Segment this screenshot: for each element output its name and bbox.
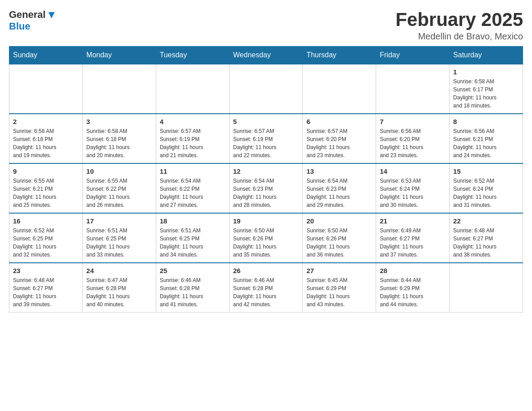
calendar-day-cell: 5Sunrise: 6:57 AM Sunset: 6:19 PM Daylig…: [229, 114, 303, 163]
day-info: Sunrise: 6:50 AM Sunset: 6:26 PM Dayligh…: [233, 227, 299, 259]
day-info: Sunrise: 6:53 AM Sunset: 6:24 PM Dayligh…: [380, 177, 446, 209]
weekday-header: Sunday: [9, 47, 83, 64]
calendar-day-cell: 14Sunrise: 6:53 AM Sunset: 6:24 PM Dayli…: [376, 163, 450, 213]
day-number: 22: [453, 217, 519, 225]
day-number: 8: [453, 118, 519, 125]
day-info: Sunrise: 6:58 AM Sunset: 6:18 PM Dayligh…: [86, 127, 152, 159]
calendar-day-cell: 27Sunrise: 6:45 AM Sunset: 6:29 PM Dayli…: [303, 263, 376, 313]
day-info: Sunrise: 6:56 AM Sunset: 6:20 PM Dayligh…: [380, 127, 446, 159]
day-number: 21: [380, 217, 446, 225]
calendar-day-cell: 23Sunrise: 6:48 AM Sunset: 6:27 PM Dayli…: [9, 263, 83, 313]
day-number: 14: [380, 167, 446, 175]
day-number: 6: [306, 118, 372, 125]
day-info: Sunrise: 6:57 AM Sunset: 6:20 PM Dayligh…: [306, 127, 372, 159]
logo: General Blue: [9, 9, 56, 32]
calendar-header-row: SundayMondayTuesdayWednesdayThursdayFrid…: [9, 47, 523, 64]
day-number: 9: [13, 167, 79, 175]
day-info: Sunrise: 6:46 AM Sunset: 6:28 PM Dayligh…: [160, 276, 226, 308]
calendar-day-cell: 20Sunrise: 6:50 AM Sunset: 6:26 PM Dayli…: [303, 213, 376, 263]
calendar-day-cell: 18Sunrise: 6:51 AM Sunset: 6:25 PM Dayli…: [156, 213, 229, 263]
day-number: 15: [453, 167, 519, 175]
location-title: Medellin de Bravo, Mexico: [395, 31, 523, 42]
day-number: 18: [160, 217, 226, 225]
calendar-day-cell: [376, 64, 450, 114]
day-number: 25: [160, 267, 226, 274]
day-number: 13: [306, 167, 372, 175]
day-number: 4: [160, 118, 226, 125]
logo-blue-text: Blue: [9, 21, 30, 32]
day-number: 23: [13, 267, 79, 274]
calendar-day-cell: [303, 64, 376, 114]
calendar-day-cell: 4Sunrise: 6:57 AM Sunset: 6:19 PM Daylig…: [156, 114, 229, 163]
day-number: 19: [233, 217, 299, 225]
day-info: Sunrise: 6:57 AM Sunset: 6:19 PM Dayligh…: [160, 127, 226, 159]
calendar-day-cell: 9Sunrise: 6:55 AM Sunset: 6:21 PM Daylig…: [9, 163, 83, 213]
month-title: February 2025: [395, 9, 523, 30]
calendar-day-cell: 1Sunrise: 6:58 AM Sunset: 6:17 PM Daylig…: [450, 64, 523, 114]
day-number: 12: [233, 167, 299, 175]
calendar-day-cell: 11Sunrise: 6:54 AM Sunset: 6:22 PM Dayli…: [156, 163, 229, 213]
calendar-week-row: 16Sunrise: 6:52 AM Sunset: 6:25 PM Dayli…: [9, 213, 523, 263]
calendar-day-cell: 22Sunrise: 6:48 AM Sunset: 6:27 PM Dayli…: [450, 213, 523, 263]
calendar-day-cell: 17Sunrise: 6:51 AM Sunset: 6:25 PM Dayli…: [82, 213, 156, 263]
day-info: Sunrise: 6:52 AM Sunset: 6:24 PM Dayligh…: [453, 177, 519, 209]
calendar-day-cell: 12Sunrise: 6:54 AM Sunset: 6:23 PM Dayli…: [229, 163, 303, 213]
logo-general-text: General: [9, 9, 46, 21]
calendar-day-cell: 15Sunrise: 6:52 AM Sunset: 6:24 PM Dayli…: [450, 163, 523, 213]
weekday-header: Tuesday: [156, 47, 229, 64]
day-info: Sunrise: 6:47 AM Sunset: 6:28 PM Dayligh…: [86, 276, 152, 308]
day-info: Sunrise: 6:55 AM Sunset: 6:22 PM Dayligh…: [86, 177, 152, 209]
weekday-header: Saturday: [450, 47, 523, 64]
calendar-day-cell: [82, 64, 156, 114]
day-number: 5: [233, 118, 299, 125]
calendar-day-cell: [450, 263, 523, 313]
day-info: Sunrise: 6:44 AM Sunset: 6:29 PM Dayligh…: [380, 276, 446, 308]
title-section: February 2025 Medellin de Bravo, Mexico: [395, 9, 523, 42]
weekday-header: Wednesday: [229, 47, 303, 64]
day-info: Sunrise: 6:50 AM Sunset: 6:26 PM Dayligh…: [306, 227, 372, 259]
calendar-day-cell: [9, 64, 83, 114]
day-number: 7: [380, 118, 446, 125]
day-number: 27: [306, 267, 372, 274]
calendar-day-cell: 25Sunrise: 6:46 AM Sunset: 6:28 PM Dayli…: [156, 263, 229, 313]
day-number: 28: [380, 267, 446, 274]
calendar-day-cell: [229, 64, 303, 114]
calendar-table: SundayMondayTuesdayWednesdayThursdayFrid…: [9, 46, 523, 313]
day-number: 11: [160, 167, 226, 175]
calendar-week-row: 23Sunrise: 6:48 AM Sunset: 6:27 PM Dayli…: [9, 263, 523, 313]
day-number: 10: [86, 167, 152, 175]
calendar-day-cell: 2Sunrise: 6:58 AM Sunset: 6:18 PM Daylig…: [9, 114, 83, 163]
day-info: Sunrise: 6:54 AM Sunset: 6:23 PM Dayligh…: [306, 177, 372, 209]
day-number: 3: [86, 118, 152, 125]
day-number: 17: [86, 217, 152, 225]
logo-arrow-icon: [47, 10, 56, 20]
day-info: Sunrise: 6:52 AM Sunset: 6:25 PM Dayligh…: [13, 227, 79, 259]
calendar-week-row: 2Sunrise: 6:58 AM Sunset: 6:18 PM Daylig…: [9, 114, 523, 163]
calendar-week-row: 1Sunrise: 6:58 AM Sunset: 6:17 PM Daylig…: [9, 64, 523, 114]
calendar-day-cell: 10Sunrise: 6:55 AM Sunset: 6:22 PM Dayli…: [82, 163, 156, 213]
svg-marker-0: [48, 12, 55, 18]
calendar-day-cell: 26Sunrise: 6:46 AM Sunset: 6:28 PM Dayli…: [229, 263, 303, 313]
day-info: Sunrise: 6:48 AM Sunset: 6:27 PM Dayligh…: [453, 227, 519, 259]
day-number: 20: [306, 217, 372, 225]
day-info: Sunrise: 6:48 AM Sunset: 6:27 PM Dayligh…: [13, 276, 79, 308]
page-header: General Blue February 2025 Medellin de B…: [9, 9, 523, 42]
day-number: 16: [13, 217, 79, 225]
weekday-header: Thursday: [303, 47, 376, 64]
day-info: Sunrise: 6:54 AM Sunset: 6:23 PM Dayligh…: [233, 177, 299, 209]
calendar-day-cell: 24Sunrise: 6:47 AM Sunset: 6:28 PM Dayli…: [82, 263, 156, 313]
calendar-day-cell: 3Sunrise: 6:58 AM Sunset: 6:18 PM Daylig…: [82, 114, 156, 163]
day-info: Sunrise: 6:56 AM Sunset: 6:21 PM Dayligh…: [453, 127, 519, 159]
day-info: Sunrise: 6:58 AM Sunset: 6:17 PM Dayligh…: [453, 77, 519, 110]
day-number: 1: [453, 68, 519, 76]
weekday-header: Friday: [376, 47, 450, 64]
day-info: Sunrise: 6:46 AM Sunset: 6:28 PM Dayligh…: [233, 276, 299, 308]
day-info: Sunrise: 6:57 AM Sunset: 6:19 PM Dayligh…: [233, 127, 299, 159]
calendar-day-cell: 7Sunrise: 6:56 AM Sunset: 6:20 PM Daylig…: [376, 114, 450, 163]
calendar-day-cell: 6Sunrise: 6:57 AM Sunset: 6:20 PM Daylig…: [303, 114, 376, 163]
calendar-day-cell: 21Sunrise: 6:49 AM Sunset: 6:27 PM Dayli…: [376, 213, 450, 263]
day-info: Sunrise: 6:54 AM Sunset: 6:22 PM Dayligh…: [160, 177, 226, 209]
calendar-day-cell: 8Sunrise: 6:56 AM Sunset: 6:21 PM Daylig…: [450, 114, 523, 163]
day-info: Sunrise: 6:58 AM Sunset: 6:18 PM Dayligh…: [13, 127, 79, 159]
day-number: 2: [13, 118, 79, 125]
